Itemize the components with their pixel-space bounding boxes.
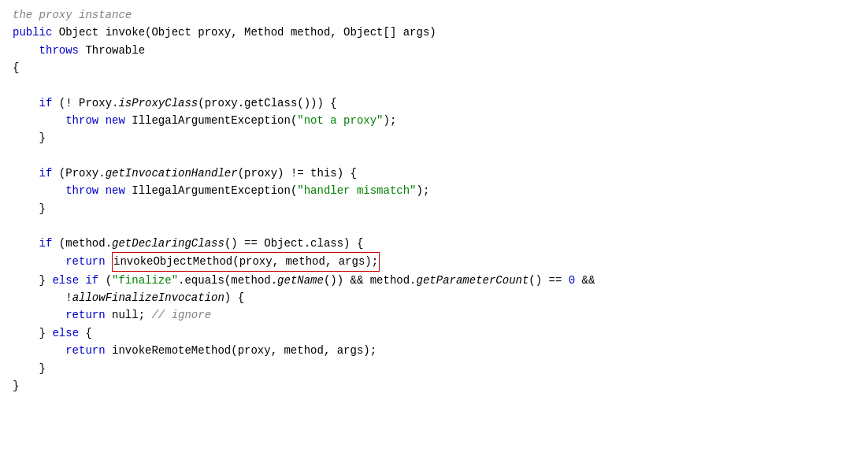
string-handler-mismatch: "handler mismatch" [297,182,416,199]
code-line-if3: if (method.getDeclaringClass() == Object… [0,235,868,252]
code-line: the proxy instance [0,6,868,24]
keyword-return3: return [65,342,112,359]
code-line-brace-open: { [0,59,868,76]
code-line-close4: } [0,377,868,395]
keyword-if: if [39,95,59,112]
code-line-close1: } [0,129,868,146]
code-line-return-null: return null; // ignore [0,306,868,324]
code-line-blank3 [0,217,868,235]
code-line-close2: } [0,200,868,217]
code-line-blank2 [0,147,868,165]
comment-ignore: // ignore [151,306,211,324]
keyword-return1: return [65,253,112,270]
type-throwable: Throwable [85,42,145,59]
keyword-else2: else [52,324,85,342]
keyword-return2: return [65,306,112,324]
method-invoke: invoke [106,24,145,41]
keyword-public: public [13,24,59,41]
code-line-return2: return invokeRemoteMethod(proxy, method,… [0,342,868,359]
string-finalize: "finalize" [112,272,178,289]
code-line-allow-finalize: !allowFinalizeInvocation) { [0,289,868,306]
string-not-a-proxy: "not a proxy" [297,112,383,129]
code-line-throw2: throw new IllegalArgumentException("hand… [0,182,868,199]
code-editor: the proxy instance public Object invoke(… [0,0,868,456]
code-line-elseif: } else if ("finalize".equals(method.getN… [0,272,868,289]
code-comment: the proxy instance [13,6,132,24]
code-line-throws: throws Throwable [0,42,868,59]
code-line-if2: if (Proxy.getInvocationHandler(proxy) !=… [0,165,868,182]
code-line-throw1: throw new IllegalArgumentException("not … [0,112,868,129]
keyword-if3: if [39,235,59,252]
type-object: Object [59,24,106,41]
keyword-throws: throws [39,42,86,59]
keyword-if2: if [39,165,59,182]
code-line-else: } else { [0,324,868,342]
code-line-method-sig: public Object invoke(Object proxy, Metho… [0,24,868,41]
code-line-blank [0,77,868,95]
keyword-throw2: throw [65,182,105,199]
keyword-else1: else if [52,272,105,289]
code-line-return1: return invokeObjectMethod(proxy, method,… [0,252,868,271]
code-line-if1: if (! Proxy.isProxyClass(proxy.getClass(… [0,95,868,112]
highlighted-invoke: invokeObjectMethod(proxy, method, args); [112,252,380,271]
number-zero: 0 [569,272,575,289]
code-line-close3: } [0,360,868,377]
keyword-throw1: throw [65,112,105,129]
